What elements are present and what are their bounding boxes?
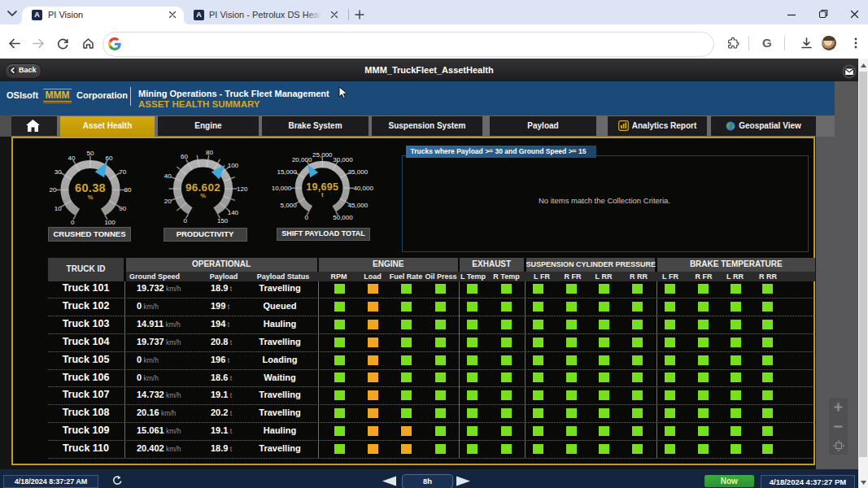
- svg-text:140: 140: [228, 209, 239, 216]
- svg-text:0: 0: [183, 217, 187, 224]
- svg-text:30,000: 30,000: [333, 156, 353, 163]
- svg-text:5,000: 5,000: [281, 202, 298, 209]
- svg-text:40: 40: [164, 172, 172, 180]
- svg-text:70: 70: [119, 168, 126, 176]
- svg-text:50: 50: [87, 150, 94, 157]
- svg-text:10,000: 10,000: [272, 185, 292, 192]
- svg-text:30: 30: [55, 168, 62, 176]
- svg-text:40,000: 40,000: [353, 185, 373, 192]
- svg-text:20: 20: [50, 186, 57, 194]
- svg-text:150: 150: [217, 217, 229, 224]
- svg-text:80: 80: [206, 149, 213, 156]
- svg-text:45,000: 45,000: [348, 202, 369, 209]
- svg-text:25,000: 25,000: [312, 151, 333, 159]
- svg-text:%: %: [88, 194, 94, 201]
- svg-text:90: 90: [119, 205, 126, 212]
- svg-text:40: 40: [68, 155, 76, 162]
- svg-text:100: 100: [228, 162, 239, 169]
- svg-text:120: 120: [237, 185, 248, 193]
- svg-text:20,000: 20,000: [292, 156, 312, 163]
- svg-text:15,000: 15,000: [277, 168, 297, 176]
- svg-text:50,000: 50,000: [333, 214, 353, 221]
- svg-text:%: %: [200, 192, 206, 199]
- svg-text:35,000: 35,000: [348, 168, 369, 176]
- svg-text:60: 60: [181, 153, 188, 160]
- svg-text:0: 0: [304, 214, 308, 221]
- svg-text:60: 60: [106, 155, 113, 162]
- svg-text:10: 10: [55, 205, 62, 212]
- svg-text:80: 80: [124, 186, 131, 194]
- svg-text:100: 100: [104, 219, 116, 226]
- svg-text:0: 0: [71, 219, 75, 226]
- svg-text:20: 20: [164, 198, 172, 205]
